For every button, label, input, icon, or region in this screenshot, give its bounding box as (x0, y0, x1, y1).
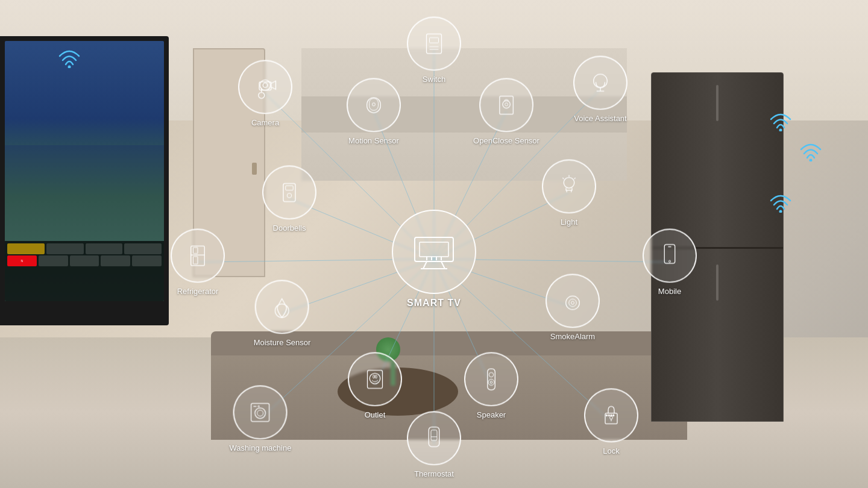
thermostat-node[interactable]: Thermostat (407, 411, 461, 478)
svg-point-67 (255, 408, 266, 419)
mobile-circle[interactable] (643, 229, 697, 283)
wifi-right-2-icon (796, 137, 825, 164)
motion-sensor-label: Motion Sensor (348, 136, 399, 145)
outlet-label: Outlet (365, 410, 386, 419)
motion-sensor-icon (359, 90, 389, 120)
smart-tv-node[interactable]: SMART TV (392, 210, 476, 308)
svg-rect-38 (283, 184, 295, 202)
thermostat-circle[interactable] (407, 411, 461, 466)
washing-machine-label: Washing machine (230, 443, 292, 452)
svg-point-70 (258, 405, 260, 407)
smoke-alarm-node[interactable]: SmokeAlarm (546, 274, 600, 341)
camera-node[interactable]: Camera (238, 60, 292, 127)
svg-point-63 (489, 372, 494, 377)
svg-point-16 (68, 66, 71, 69)
voice-assistant-icon (585, 68, 615, 98)
svg-rect-29 (430, 38, 439, 43)
lock-circle[interactable] (584, 389, 638, 443)
lock-label: Lock (603, 446, 619, 455)
speaker-label: Speaker (477, 410, 506, 419)
voice-assistant-label: Voice Assistant (574, 114, 626, 123)
thermostat-label: Thermostat (414, 469, 454, 478)
svg-point-77 (606, 414, 608, 416)
svg-rect-49 (193, 248, 198, 254)
smoke-alarm-circle[interactable] (546, 274, 600, 328)
svg-point-57 (571, 301, 574, 304)
svg-rect-28 (427, 34, 442, 54)
refrigerator-circle[interactable] (171, 229, 225, 283)
openclose-sensor-circle[interactable] (479, 78, 533, 133)
outlet-node[interactable]: Outlet (348, 352, 402, 419)
svg-point-17 (779, 129, 782, 132)
light-circle[interactable] (542, 160, 596, 214)
svg-point-79 (611, 414, 612, 416)
svg-rect-39 (286, 186, 294, 190)
motion-sensor-node[interactable]: Motion Sensor (347, 78, 401, 145)
moisture-sensor-node[interactable]: Moisture Sensor (254, 280, 311, 347)
speaker-node[interactable]: Speaker (464, 352, 518, 419)
tv-display: N (0, 36, 169, 325)
mobile-node[interactable]: Mobile (643, 229, 697, 296)
doorbells-node[interactable]: Doorbells (262, 166, 316, 233)
moisture-sensor-label: Moisture Sensor (254, 338, 311, 347)
moisture-sensor-circle[interactable] (255, 280, 309, 334)
voice-assistant-circle[interactable] (573, 56, 627, 110)
washing-machine-circle[interactable] (233, 386, 288, 440)
svg-point-23 (259, 92, 265, 98)
outlet-circle[interactable] (348, 352, 402, 407)
speaker-circle[interactable] (464, 352, 518, 407)
svg-rect-81 (415, 237, 453, 261)
svg-point-34 (505, 103, 508, 106)
openclose-sensor-node[interactable]: OpenClose Sensor (473, 78, 539, 145)
light-label: Light (561, 217, 577, 227)
svg-point-64 (488, 380, 494, 386)
svg-point-41 (564, 178, 574, 189)
svg-point-33 (503, 101, 511, 108)
camera-label: Camera (251, 118, 279, 127)
moisture-sensor-icon (267, 292, 297, 322)
svg-rect-61 (376, 375, 377, 378)
svg-line-82 (423, 261, 427, 269)
switch-node[interactable]: Switch (407, 17, 461, 84)
svg-point-68 (257, 410, 263, 416)
wifi-right-1-icon (766, 107, 795, 134)
svg-point-18 (810, 159, 813, 162)
refrigerator-icon (183, 241, 213, 271)
doorbells-circle[interactable] (262, 166, 316, 220)
svg-rect-50 (193, 257, 198, 264)
motion-sensor-circle[interactable] (347, 78, 401, 133)
svg-point-19 (779, 210, 782, 213)
doorbells-label: Doorbells (273, 224, 306, 233)
mobile-label: Mobile (658, 287, 681, 296)
wifi-right-3-icon (766, 189, 795, 215)
svg-rect-72 (431, 430, 437, 441)
svg-point-54 (275, 304, 289, 318)
washing-machine-node[interactable]: Washing machine (230, 386, 292, 452)
light-node[interactable]: Light (542, 160, 596, 227)
light-icon (554, 172, 584, 202)
svg-line-45 (562, 178, 564, 179)
svg-point-40 (287, 193, 292, 198)
camera-circle[interactable] (238, 60, 292, 114)
lock-node[interactable]: Lock (584, 389, 638, 455)
svg-point-75 (610, 416, 613, 419)
voice-assistant-node[interactable]: Voice Assistant (573, 56, 627, 123)
svg-line-46 (574, 178, 576, 179)
smart-tv-circle[interactable] (392, 210, 476, 294)
svg-point-65 (490, 381, 492, 384)
refrigerator-node[interactable]: Refrigerator (171, 229, 225, 296)
switch-icon (419, 29, 449, 59)
svg-point-55 (566, 296, 580, 310)
switch-circle[interactable] (407, 17, 461, 71)
thermostat-icon (419, 424, 449, 454)
svg-point-59 (370, 374, 380, 384)
svg-rect-60 (373, 375, 375, 378)
washing-machine-icon (245, 398, 275, 428)
svg-point-26 (373, 103, 376, 106)
svg-point-80 (613, 414, 615, 416)
mobile-icon (655, 241, 685, 271)
speaker-icon (476, 364, 506, 395)
smoke-alarm-icon (558, 286, 588, 316)
camera-icon (250, 72, 280, 102)
svg-rect-85 (420, 242, 448, 257)
